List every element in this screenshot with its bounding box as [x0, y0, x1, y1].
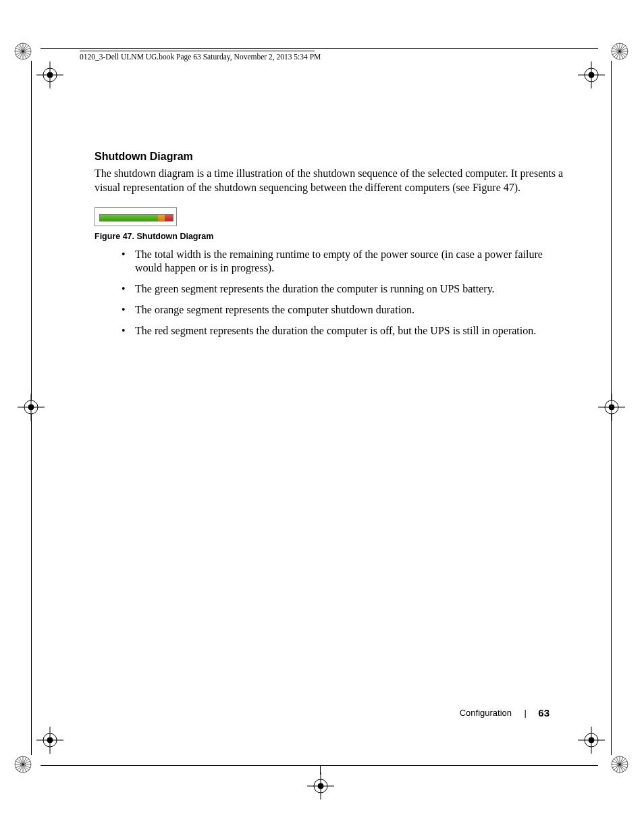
running-head-rule: [80, 51, 315, 51]
running-head-text: 0120_3-Dell ULNM UG.book Page 63 Saturda…: [80, 53, 321, 61]
crosshair-icon: [307, 773, 334, 800]
figure-shutdown-diagram: [95, 207, 177, 226]
crosshair-icon: [36, 61, 63, 88]
running-head: 0120_3-Dell ULNM UG.book Page 63 Saturda…: [80, 53, 321, 61]
bullet-item: The total width is the remaining runtime…: [122, 248, 567, 276]
shutdown-bar: [99, 214, 173, 221]
section-heading: Shutdown Diagram: [95, 151, 567, 163]
footer-separator: |: [525, 708, 527, 718]
crosshair-icon: [578, 61, 605, 88]
footer-section-name: Configuration: [460, 708, 512, 718]
bullet-list: The total width is the remaining runtime…: [95, 248, 567, 338]
crosshair-icon: [598, 394, 625, 421]
registration-mark-icon: [610, 42, 629, 61]
bullet-item: The red segment represents the duration …: [122, 324, 567, 338]
bullet-item: The orange segment represents the comput…: [122, 303, 567, 317]
crop-line: [41, 48, 598, 49]
intro-paragraph: The shutdown diagram is a time illustrat…: [95, 167, 567, 195]
registration-mark-icon: [610, 755, 629, 774]
registration-mark-icon: [14, 42, 32, 61]
segment-green: [100, 215, 158, 221]
registration-mark-icon: [14, 755, 32, 774]
bullet-item: The green segment represents the duratio…: [122, 282, 567, 296]
footer-page-number: 63: [538, 707, 549, 719]
figure-caption: Figure 47. Shutdown Diagram: [95, 232, 567, 241]
crop-line: [41, 765, 598, 766]
body-content: Shutdown Diagram The shutdown diagram is…: [95, 151, 567, 345]
crosshair-icon: [36, 727, 63, 754]
crosshair-icon: [578, 727, 605, 754]
segment-red: [165, 215, 173, 221]
document-page: 0120_3-Dell ULNM UG.book Page 63 Saturda…: [0, 0, 644, 834]
segment-orange: [158, 215, 165, 221]
crosshair-icon: [18, 394, 45, 421]
